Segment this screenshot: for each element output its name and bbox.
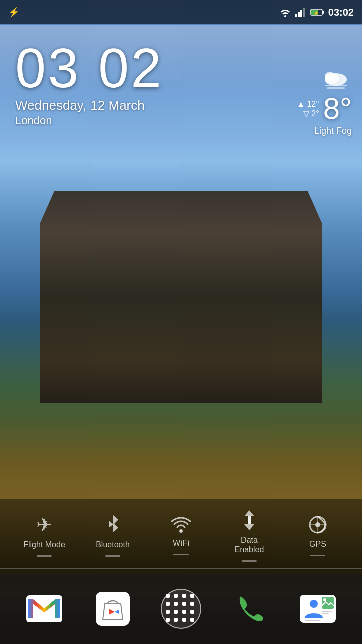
dock-gmail[interactable] (24, 589, 64, 629)
clock-time: 03 02 (15, 40, 163, 96)
dot-7 (182, 602, 186, 606)
phone-icon-wrap (229, 589, 269, 629)
svg-rect-13 (327, 87, 345, 89)
dock-people[interactable] (298, 589, 338, 629)
dot-16 (190, 618, 194, 622)
svg-point-22 (310, 600, 318, 608)
weather-current-temp: 8° (323, 94, 352, 124)
dot-5 (166, 602, 170, 606)
weather-icon-area (297, 65, 352, 90)
app-drawer-button[interactable] (161, 589, 201, 629)
qs-gps[interactable]: GPS (288, 514, 348, 556)
quick-settings-row: ✈ Flight Mode Bluetooth WiFi (0, 509, 362, 562)
svg-rect-25 (305, 620, 320, 621)
dot-12 (190, 610, 194, 614)
mesa-shape (40, 191, 322, 403)
svg-rect-27 (322, 613, 329, 614)
svg-point-11 (325, 72, 335, 81)
dot-9 (166, 610, 170, 614)
svg-rect-2 (298, 12, 300, 17)
dot-6 (174, 602, 178, 606)
weather-low: ▽ 2° (303, 109, 319, 118)
data-indicator (242, 560, 257, 562)
qs-divider (0, 568, 362, 569)
dock-phone[interactable] (229, 589, 269, 629)
bluetooth-indicator (105, 555, 120, 557)
gps-icon (307, 514, 328, 535)
usb-icon: ⚡ (8, 7, 19, 18)
dot-3 (182, 594, 186, 598)
weather-condition-icon (320, 65, 352, 90)
people-icon-wrap (298, 589, 338, 629)
data-label: Data Enabled (235, 535, 264, 554)
svg-rect-20 (96, 592, 130, 626)
dot-13 (166, 618, 170, 622)
qs-bluetooth[interactable]: Bluetooth (82, 514, 143, 557)
weather-widget[interactable]: ▲ 12° ▽ 2° 8° Light Fog (297, 65, 352, 136)
qs-wifi[interactable]: WiFi (151, 515, 211, 555)
wifi-status-icon (279, 8, 291, 17)
status-bar: ⚡ ⚡ 03:02 (0, 0, 362, 24)
qs-flight-mode[interactable]: ✈ Flight Mode (14, 514, 74, 557)
playstore-icon (96, 592, 130, 626)
weather-hi-lo: ▲ 12° ▽ 2° (297, 100, 319, 118)
dot-10 (174, 610, 178, 614)
qs-data[interactable]: Data Enabled (219, 509, 280, 562)
app-drawer-icon-wrap (161, 589, 201, 629)
clock-widget[interactable]: 03 02 Wednesday, 12 March London (15, 40, 163, 127)
svg-rect-26 (322, 611, 332, 612)
wifi-qs-label: WiFi (173, 538, 189, 548)
flight-mode-label: Flight Mode (23, 540, 65, 549)
bluetooth-label: Bluetooth (96, 540, 130, 549)
gps-label: GPS (309, 539, 326, 549)
dot-11 (182, 610, 186, 614)
status-right-icons: ⚡ 03:02 (279, 7, 354, 18)
svg-text:⚡: ⚡ (313, 10, 320, 16)
dot-1 (166, 594, 170, 598)
weather-temps: ▲ 12° ▽ 2° 8° (297, 94, 352, 124)
weather-high: ▲ 12° (297, 100, 319, 109)
clock-date: Wednesday, 12 March (15, 98, 163, 113)
grid-dots (166, 594, 196, 624)
svg-rect-23 (322, 597, 334, 609)
wifi-indicator (173, 554, 189, 555)
flight-mode-icon: ✈ (36, 514, 52, 536)
svg-rect-6 (322, 11, 324, 14)
gmail-icon (26, 595, 62, 622)
svg-rect-1 (295, 14, 297, 17)
dock (0, 574, 362, 644)
flight-mode-indicator (37, 555, 52, 557)
svg-rect-3 (300, 10, 302, 17)
dot-8 (190, 602, 194, 606)
gps-indicator (310, 555, 325, 556)
gmail-icon-wrap (24, 589, 64, 629)
svg-point-0 (284, 15, 286, 17)
status-left-icons: ⚡ (8, 7, 19, 18)
status-time: 03:02 (328, 7, 354, 18)
playstore-icon-wrap (93, 589, 133, 629)
bluetooth-icon (103, 514, 122, 536)
svg-point-24 (323, 598, 326, 601)
dot-4 (190, 594, 194, 598)
signal-icon (295, 8, 306, 17)
dot-15 (182, 618, 186, 622)
svg-point-14 (179, 530, 183, 533)
dock-playstore[interactable] (93, 589, 133, 629)
dot-14 (174, 618, 178, 622)
svg-rect-4 (303, 8, 305, 17)
dot-2 (174, 594, 178, 598)
quick-settings-panel: ✈ Flight Mode Bluetooth WiFi (0, 499, 362, 574)
wifi-qs-icon (170, 515, 192, 534)
weather-description: Light Fog (297, 126, 352, 136)
svg-rect-12 (325, 85, 347, 86)
data-icon (240, 509, 259, 531)
clock-location: London (15, 114, 163, 127)
dock-app-drawer[interactable] (161, 589, 201, 629)
battery-icon: ⚡ (310, 8, 324, 16)
phone-icon (233, 593, 265, 625)
people-icon (300, 595, 336, 623)
